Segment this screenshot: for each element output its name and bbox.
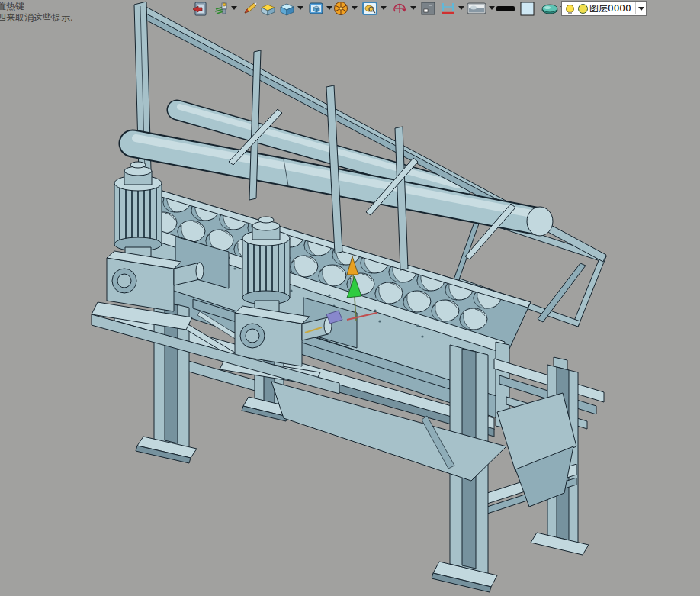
- layer-combobox[interactable]: 图层0000: [561, 1, 647, 16]
- dimension-dropdown-arrow[interactable]: [458, 6, 464, 10]
- wheel-dropdown-arrow[interactable]: [352, 6, 358, 10]
- ucs-plane-icon[interactable]: [541, 2, 560, 16]
- zoom-window-icon[interactable]: [362, 2, 377, 16]
- model-canvas[interactable]: [0, 0, 700, 596]
- background-color-swatch[interactable]: [520, 2, 535, 16]
- solid-cube-icon[interactable]: [279, 2, 294, 16]
- line-weight-swatch[interactable]: [496, 2, 515, 16]
- plant-feature-icon[interactable]: [214, 2, 229, 16]
- display-monitor-icon[interactable]: [467, 2, 486, 16]
- layer-name: 图层0000: [589, 2, 635, 15]
- cube-view-icon[interactable]: [308, 2, 323, 16]
- layer-visibility-bulb-icon[interactable]: [566, 5, 574, 13]
- monitor-dropdown-arrow[interactable]: [489, 6, 495, 10]
- orbit-dropdown-arrow[interactable]: [410, 6, 416, 10]
- layer-dropdown-button[interactable]: [635, 2, 646, 14]
- cad-viewport[interactable]: 置热键四来取消这些提示.: [0, 0, 700, 596]
- zoom-dropdown-arrow[interactable]: [381, 6, 387, 10]
- dimension-icon[interactable]: [441, 2, 456, 16]
- hint-line-1: 置热键: [0, 1, 24, 11]
- hint-line-2: 四来取消这些提示.: [0, 12, 73, 23]
- plant-dropdown-arrow[interactable]: [231, 6, 237, 10]
- pan-view-icon[interactable]: [421, 2, 436, 16]
- orbit-rotate-icon[interactable]: [392, 2, 407, 16]
- cube-view-dropdown-arrow[interactable]: [326, 6, 332, 10]
- layer-color-icon[interactable]: [578, 4, 588, 14]
- pencil-sketch-icon[interactable]: [242, 2, 258, 16]
- yellow-lid-box-icon[interactable]: [260, 2, 275, 16]
- orange-wheel-icon[interactable]: [333, 2, 348, 16]
- open-document-icon[interactable]: [192, 2, 207, 16]
- cube-dropdown-arrow[interactable]: [297, 6, 303, 10]
- hint-text: 置热键四来取消这些提示.: [0, 1, 73, 24]
